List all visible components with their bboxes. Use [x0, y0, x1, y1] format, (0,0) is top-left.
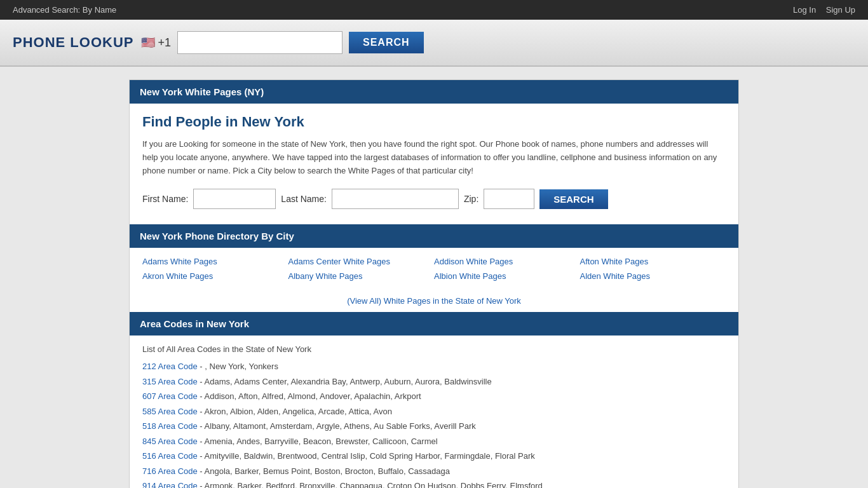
advanced-search-label: Advanced Search: By Name [13, 5, 116, 15]
city-grid: Adams White PagesAdams Center White Page… [130, 248, 738, 290]
advanced-search-text: Advanced Search: [13, 5, 80, 15]
area-code-desc: - Albany, Altamont, Amsterdam, Argyle, A… [198, 421, 476, 431]
phone-search-button[interactable]: SEARCH [349, 32, 424, 53]
area-code-desc: - Amityville, Baldwin, Brentwood, Centra… [198, 451, 535, 461]
zip-input[interactable] [484, 189, 534, 209]
people-search-form: First Name: Last Name: Zip: SEARCH [142, 189, 726, 209]
area-code-link[interactable]: 607 Area Code [142, 391, 198, 401]
area-code-link[interactable]: 845 Area Code [142, 437, 198, 446]
city-link[interactable]: Adams Center White Pages [288, 257, 435, 266]
area-code-item: 716 Area Code - Angola, Barker, Bemus Po… [142, 465, 726, 478]
area-code-desc: - Armonk, Barker, Bedford, Bronxville, C… [198, 481, 543, 488]
area-code-link[interactable]: 585 Area Code [142, 407, 198, 416]
area-code-desc: - Akron, Albion, Alden, Angelica, Arcade… [198, 407, 392, 416]
area-code-desc: - Addison, Afton, Alfred, Almond, Andove… [198, 391, 421, 401]
last-name-label: Last Name: [281, 194, 327, 204]
city-link[interactable]: Albion White Pages [434, 271, 580, 281]
area-code-item: 585 Area Code - Akron, Albion, Alden, An… [142, 405, 726, 418]
city-link[interactable]: Adams White Pages [142, 257, 288, 266]
city-link[interactable]: Afton White Pages [580, 257, 726, 266]
area-code-link[interactable]: 716 Area Code [142, 466, 198, 476]
area-code-desc: - , New York, Yonkers [198, 362, 278, 371]
area-code-desc: - Amenia, Andes, Barryville, Beacon, Bre… [198, 437, 438, 446]
page-title: Find People in New York [142, 114, 726, 130]
area-code-item: 518 Area Code - Albany, Altamont, Amster… [142, 420, 726, 433]
area-codes-list-label: List of All Area Codes in the State of N… [142, 344, 726, 354]
flag-icon: 🇺🇸 [141, 36, 155, 50]
view-all-container: (View All) White Pages in the State of N… [130, 290, 738, 312]
area-code-link[interactable]: 518 Area Code [142, 421, 198, 431]
city-link[interactable]: Alden White Pages [580, 271, 726, 281]
view-all-link[interactable]: (View All) White Pages in the State of N… [347, 296, 521, 306]
top-right-links: Log In Sign Up [785, 5, 855, 15]
city-link[interactable]: Addison White Pages [434, 257, 580, 266]
area-code-item: 607 Area Code - Addison, Afton, Alfred, … [142, 390, 726, 403]
area-codes-header-text: Area Codes in New York [140, 318, 249, 329]
area-codes-section-header: Area Codes in New York [130, 312, 738, 336]
area-codes-list: 212 Area Code - , New York, Yonkers315 A… [142, 360, 726, 488]
city-link[interactable]: Akron White Pages [142, 271, 288, 281]
area-code-item: 845 Area Code - Amenia, Andes, Barryvill… [142, 435, 726, 448]
by-name-link[interactable]: By Name [83, 5, 116, 15]
city-link[interactable]: Albany White Pages [288, 271, 435, 281]
description-text: If you are Looking for someone in the st… [142, 138, 726, 177]
directory-section-header: New York Phone Directory By City [130, 224, 738, 248]
area-code-link[interactable]: 914 Area Code [142, 481, 198, 488]
area-code-link[interactable]: 516 Area Code [142, 451, 198, 461]
signup-link[interactable]: Sign Up [826, 5, 855, 15]
area-code-link[interactable]: 212 Area Code [142, 362, 198, 371]
phone-lookup-bar: PHONE LOOKUP 🇺🇸 +1 SEARCH [0, 20, 868, 67]
area-code-desc: - Adams, Adams Center, Alexandria Bay, A… [198, 377, 492, 386]
zip-label: Zip: [464, 194, 478, 204]
flag-code: 🇺🇸 +1 [141, 36, 171, 50]
first-name-label: First Name: [142, 194, 188, 204]
directory-header-text: New York Phone Directory By City [140, 231, 294, 241]
phone-lookup-label: PHONE LOOKUP [13, 34, 133, 51]
section-header-text: New York White Pages (NY) [140, 86, 264, 97]
area-code-link[interactable]: 315 Area Code [142, 377, 198, 386]
people-search-button[interactable]: SEARCH [539, 189, 607, 209]
main-content: New York White Pages (NY) Find People in… [129, 79, 739, 488]
phone-input[interactable] [177, 31, 342, 54]
content-area: Find People in New York If you are Looki… [130, 104, 738, 224]
area-code-desc: - Angola, Barker, Bemus Point, Boston, B… [198, 466, 450, 476]
area-code-item: 212 Area Code - , New York, Yonkers [142, 360, 726, 373]
login-link[interactable]: Log In [793, 5, 816, 15]
top-bar: Advanced Search: By Name Log In Sign Up [0, 0, 868, 20]
area-code-item: 315 Area Code - Adams, Adams Center, Ale… [142, 376, 726, 388]
last-name-input[interactable] [332, 189, 459, 209]
country-code: +1 [158, 36, 171, 50]
ny-section-header: New York White Pages (NY) [130, 80, 738, 104]
first-name-input[interactable] [193, 189, 276, 209]
area-codes-content: List of All Area Codes in the State of N… [130, 336, 738, 488]
area-code-item: 914 Area Code - Armonk, Barker, Bedford,… [142, 480, 726, 488]
area-code-item: 516 Area Code - Amityville, Baldwin, Bre… [142, 450, 726, 463]
